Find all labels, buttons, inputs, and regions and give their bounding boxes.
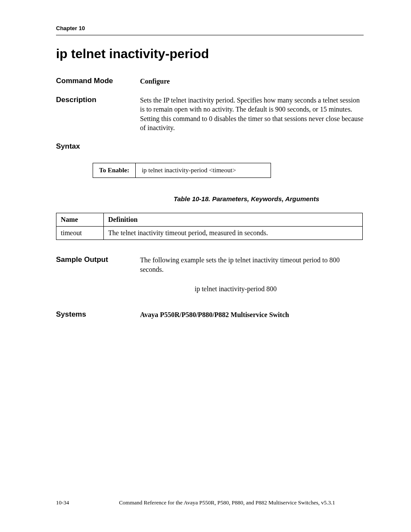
page-header: Chapter 10: [56, 25, 364, 35]
parameters-table: Name Definition timeout The telnet inact…: [56, 213, 363, 240]
syntax-label: Syntax: [56, 142, 364, 151]
page-title: ip telnet inactivity-period: [56, 47, 364, 61]
to-enable-command: ip telnet inactivity-period <timeout>: [135, 163, 271, 177]
syntax-row: To Enable: ip telnet inactivity-period <…: [93, 163, 271, 177]
table-caption: Table 10-18. Parameters, Keywords, Argum…: [56, 195, 364, 202]
systems-label: Systems: [56, 310, 140, 320]
table-row: timeout The telnet inactivity timeout pe…: [56, 226, 363, 240]
command-mode-label: Command Mode: [56, 77, 140, 86]
sample-output-section: Sample Output The following example sets…: [56, 255, 364, 274]
sample-output-label: Sample Output: [56, 255, 140, 274]
sample-command: ip telnet inactivity-period 800: [56, 285, 364, 293]
command-mode-value: Configure: [140, 77, 364, 86]
command-mode-section: Command Mode Configure: [56, 77, 364, 86]
chapter-label: Chapter 10: [56, 25, 364, 31]
sample-output-text: The following example sets the ip telnet…: [140, 255, 364, 274]
description-section: Description Sets the IP telnet inactivit…: [56, 96, 364, 133]
footer-page-number: 10-34: [56, 499, 90, 506]
description-label: Description: [56, 96, 140, 133]
description-text: Sets the IP telnet inactivity period. Sp…: [140, 96, 364, 133]
param-definition: The telnet inactivity timeout period, me…: [104, 226, 363, 240]
systems-section: Systems Avaya P550R/P580/P880/P882 Multi…: [56, 310, 364, 320]
to-enable-label: To Enable:: [93, 163, 136, 177]
header-name: Name: [56, 213, 104, 226]
page-footer: 10-34 Command Reference for the Avaya P5…: [56, 499, 364, 506]
syntax-table: To Enable: ip telnet inactivity-period <…: [93, 163, 271, 178]
header-definition: Definition: [104, 213, 363, 226]
footer-text: Command Reference for the Avaya P550R, P…: [90, 499, 364, 506]
param-name: timeout: [56, 226, 104, 240]
systems-value: Avaya P550R/P580/P880/P882 Multiservice …: [140, 310, 364, 320]
table-header-row: Name Definition: [56, 213, 363, 226]
